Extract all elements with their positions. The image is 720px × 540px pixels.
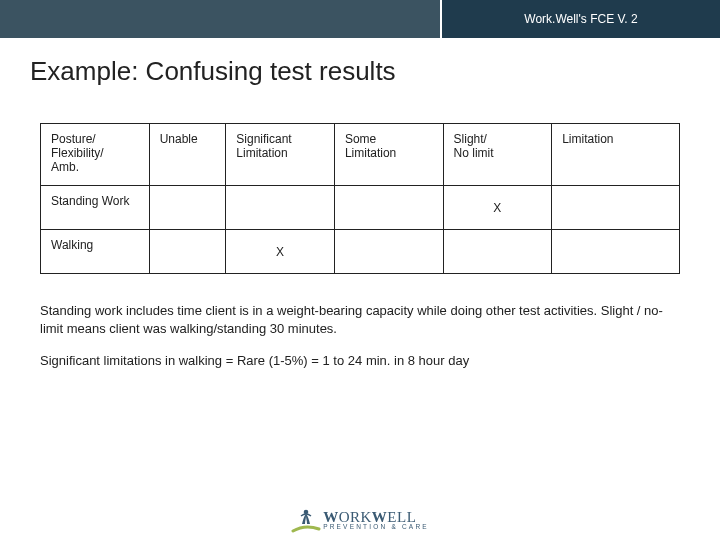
hdr-text: Flexibility/ bbox=[51, 146, 104, 160]
hdr-text: Posture/ bbox=[51, 132, 96, 146]
col-header-unable: Unable bbox=[149, 124, 226, 186]
person-swoosh-icon bbox=[291, 506, 321, 534]
hdr-text: Unable bbox=[160, 132, 198, 146]
paragraph-1: Standing work includes time client is in… bbox=[40, 302, 680, 338]
table-row: Walking X bbox=[41, 230, 680, 274]
cell bbox=[226, 186, 335, 230]
paragraph-block: Standing work includes time client is in… bbox=[0, 274, 720, 371]
table-wrapper: Posture/ Flexibility/ Amb. Unable Signif… bbox=[0, 103, 720, 274]
hdr-text: Limitation bbox=[236, 146, 287, 160]
cell bbox=[552, 230, 680, 274]
logo-text: WORKWELL PREVENTION & CARE bbox=[323, 510, 429, 530]
cell bbox=[443, 230, 552, 274]
results-table: Posture/ Flexibility/ Amb. Unable Signif… bbox=[40, 123, 680, 274]
cell bbox=[149, 186, 226, 230]
row-label: Standing Work bbox=[41, 186, 150, 230]
page-title: Example: Confusing test results bbox=[0, 38, 720, 103]
logo-tagline: PREVENTION & CARE bbox=[323, 524, 429, 530]
hdr-text: Some bbox=[345, 132, 376, 146]
cell-mark: X bbox=[443, 186, 552, 230]
hdr-text: No limit bbox=[454, 146, 494, 160]
table-header-row: Posture/ Flexibility/ Amb. Unable Signif… bbox=[41, 124, 680, 186]
row-label: Walking bbox=[41, 230, 150, 274]
header-bar: Work.Well's FCE V. 2 bbox=[0, 0, 720, 38]
paragraph-2: Significant limitations in walking = Rar… bbox=[40, 352, 680, 370]
cell bbox=[334, 186, 443, 230]
hdr-text: Limitation bbox=[562, 132, 613, 146]
header-left-block bbox=[0, 0, 440, 38]
col-header-limitation: Limitation bbox=[552, 124, 680, 186]
cell bbox=[334, 230, 443, 274]
header-badge: Work.Well's FCE V. 2 bbox=[440, 0, 720, 38]
col-header-slight: Slight/ No limit bbox=[443, 124, 552, 186]
workwell-logo: WORKWELL PREVENTION & CARE bbox=[291, 506, 429, 534]
cell bbox=[149, 230, 226, 274]
hdr-text: Amb. bbox=[51, 160, 79, 174]
hdr-text: Limitation bbox=[345, 146, 396, 160]
col-header-posture: Posture/ Flexibility/ Amb. bbox=[41, 124, 150, 186]
hdr-text: Slight/ bbox=[454, 132, 487, 146]
hdr-text: Significant bbox=[236, 132, 291, 146]
cell bbox=[552, 186, 680, 230]
col-header-significant: Significant Limitation bbox=[226, 124, 335, 186]
cell-mark: X bbox=[226, 230, 335, 274]
footer-logo-wrap: WORKWELL PREVENTION & CARE bbox=[0, 506, 720, 534]
col-header-some: Some Limitation bbox=[334, 124, 443, 186]
table-row: Standing Work X bbox=[41, 186, 680, 230]
